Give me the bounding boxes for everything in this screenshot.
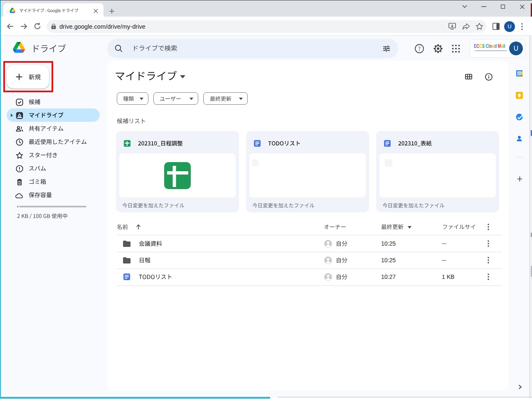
svg-text:31: 31 [518,72,521,75]
